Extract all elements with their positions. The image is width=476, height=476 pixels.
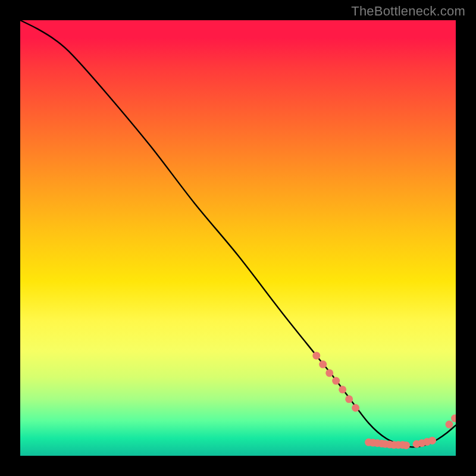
plot-area	[20, 20, 456, 456]
watermark-text: TheBottleneck.com	[351, 4, 465, 19]
curve-layer	[20, 20, 456, 456]
data-point	[446, 421, 453, 428]
data-point	[352, 404, 359, 412]
data-point	[428, 437, 436, 444]
data-point	[345, 395, 353, 403]
chart-stage: TheBottleneck.com	[0, 0, 476, 476]
bottleneck-curve	[20, 20, 456, 447]
data-point	[402, 441, 410, 449]
data-point	[325, 369, 333, 377]
data-point	[451, 415, 456, 422]
data-point	[339, 386, 346, 393]
data-points	[312, 352, 456, 449]
data-point	[332, 377, 340, 385]
data-point	[319, 361, 327, 368]
data-point	[312, 352, 320, 359]
